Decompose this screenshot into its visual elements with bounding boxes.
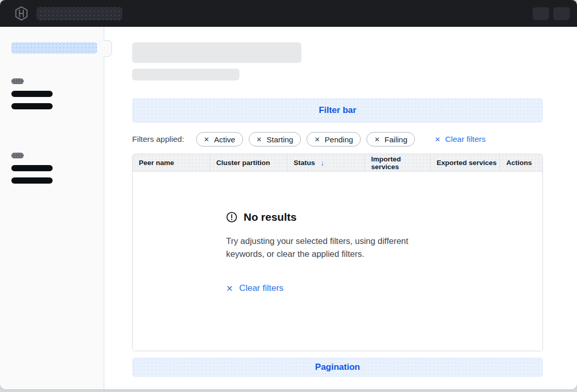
clear-filters-label: Clear filters [445,135,486,144]
empty-state-clear-filters-link[interactable]: ✕ Clear filters [226,283,542,293]
sidebar-item-skeleton[interactable] [11,177,53,184]
close-icon[interactable]: ✕ [204,136,210,143]
empty-state-description: Try adjusting your selected filters, usi… [226,235,445,260]
search-input-skeleton[interactable] [37,7,122,20]
column-header-actions: Actions [500,154,542,171]
empty-state-clear-filters-label: Clear filters [239,283,283,293]
column-header-status[interactable]: Status ↓ [287,154,364,171]
filter-pill-label: Active [214,135,235,144]
page-title-skeleton [132,42,301,63]
table-header-row: Peer name Cluster partition Status ↓ Imp… [133,154,542,172]
hashicorp-logo-icon [14,6,28,21]
filter-pill-starting[interactable]: ✕ Starting [249,132,301,146]
sort-descending-icon[interactable]: ↓ [320,159,324,167]
app-window: Filter bar Filters applied: ✕ Active ✕ S… [0,0,577,389]
empty-state-header: No results [226,211,542,223]
sidebar [0,27,104,389]
column-header-peer-name[interactable]: Peer name [133,154,210,171]
filter-bar-slot: Filter bar [132,98,543,123]
filter-pill-label: Failing [384,135,407,144]
clear-filters-link[interactable]: ✕ Clear filters [435,135,486,144]
page-subtitle-skeleton [132,69,239,80]
pagination-slot: Pagination [132,357,543,377]
sidebar-item-skeleton[interactable] [11,165,53,171]
empty-state-title: No results [244,211,297,223]
app-frame: Filter bar Filters applied: ✕ Active ✕ S… [0,27,577,389]
sidebar-toggle-handle[interactable] [104,40,112,57]
main-content: Filter bar Filters applied: ✕ Active ✕ S… [104,27,577,389]
peers-table: Peer name Cluster partition Status ↓ Imp… [132,154,543,351]
column-header-imported-services[interactable]: Imported services [364,154,430,171]
close-icon: ✕ [226,284,233,293]
column-header-cluster-partition[interactable]: Cluster partition [210,154,287,171]
sidebar-selected-item-skeleton[interactable] [11,42,97,54]
alert-circle-icon [226,211,237,223]
column-header-exported-services[interactable]: Exported services [430,154,500,171]
close-icon[interactable]: ✕ [314,136,320,143]
filter-bar-label: Filter bar [319,105,357,116]
sidebar-section-badge-skeleton [11,78,24,84]
close-icon[interactable]: ✕ [374,136,380,143]
filters-applied-label: Filters applied: [132,135,184,144]
close-icon: ✕ [435,135,440,143]
filter-pill-active[interactable]: ✕ Active [196,132,243,146]
filter-pill-failing[interactable]: ✕ Failing [366,132,415,146]
topnav-button-skeleton-1[interactable] [533,7,549,20]
empty-state: No results Try adjusting your selected f… [133,172,542,293]
applied-filters-row: Filters applied: ✕ Active ✕ Starting ✕ P… [132,132,543,146]
table-body: No results Try adjusting your selected f… [133,172,542,351]
close-icon[interactable]: ✕ [257,136,262,143]
filter-pill-pending[interactable]: ✕ Pending [307,132,361,146]
sidebar-section-badge-skeleton [11,153,24,158]
pagination-label: Pagination [315,362,360,372]
filter-pill-label: Pending [325,135,353,144]
filter-pill-label: Starting [266,135,293,144]
topnav-button-skeleton-2[interactable] [553,7,570,20]
sidebar-item-skeleton[interactable] [11,91,53,97]
sidebar-item-skeleton[interactable] [11,103,53,109]
top-nav [0,0,577,27]
